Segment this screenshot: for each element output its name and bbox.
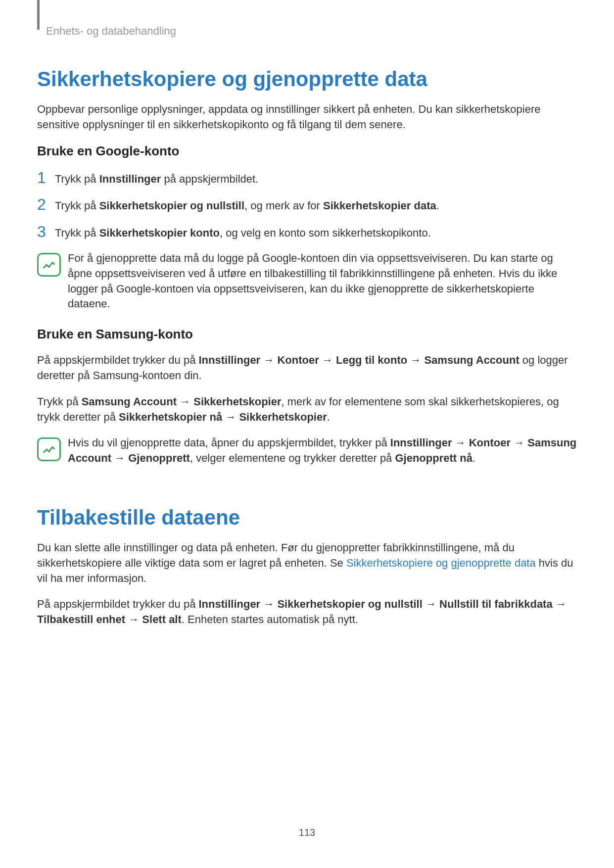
subheading-samsung: Bruke en Samsung-konto <box>37 327 577 342</box>
note-text: For å gjenopprette data må du logge på G… <box>68 251 577 312</box>
page: Enhets- og databehandling Sikkerhetskopi… <box>0 0 614 868</box>
step-number: 2 <box>37 196 55 212</box>
note-samsung-restore: Hvis du vil gjenopprette data, åpner du … <box>37 435 577 466</box>
page-number: 113 <box>0 827 614 838</box>
step-number: 3 <box>37 224 55 240</box>
note-text: Hvis du vil gjenopprette data, åpner du … <box>68 435 577 466</box>
intro-paragraph: Oppbevar personlige opplysninger, appdat… <box>37 102 577 133</box>
samsung-backup: Trykk på Samsung Account → Sikkerhetskop… <box>37 394 577 425</box>
note-icon <box>37 437 61 461</box>
subheading-google: Bruke en Google-konto <box>37 144 577 159</box>
header-accent <box>37 0 40 30</box>
step-2: 2 Trykk på Sikkerhetskopier og nullstill… <box>37 196 577 214</box>
section-title-reset: Tilbakestille dataene <box>37 506 577 530</box>
note-icon <box>37 253 61 277</box>
section-title-backup: Sikkerhetskopiere og gjenopprette data <box>37 67 577 91</box>
samsung-add-account: På appskjermbildet trykker du på Innstil… <box>37 353 577 384</box>
step-1: 1 Trykk på Innstillinger på appskjermbil… <box>37 170 577 187</box>
note-google-restore: For å gjenopprette data må du logge på G… <box>37 251 577 312</box>
step-3: 3 Trykk på Sikkerhetskopier konto, og ve… <box>37 224 577 241</box>
reset-intro: Du kan slette alle innstillinger og data… <box>37 540 577 586</box>
link-backup-restore[interactable]: Sikkerhetskopiere og gjenopprette data <box>346 557 536 569</box>
reset-path: På appskjermbildet trykker du på Innstil… <box>37 597 577 627</box>
step-text: Trykk på Sikkerhetskopier og nullstill, … <box>55 196 439 214</box>
step-number: 1 <box>37 170 55 186</box>
breadcrumb: Enhets- og databehandling <box>46 25 577 38</box>
step-text: Trykk på Innstillinger på appskjermbilde… <box>55 170 258 187</box>
step-text: Trykk på Sikkerhetskopier konto, og velg… <box>55 224 431 241</box>
